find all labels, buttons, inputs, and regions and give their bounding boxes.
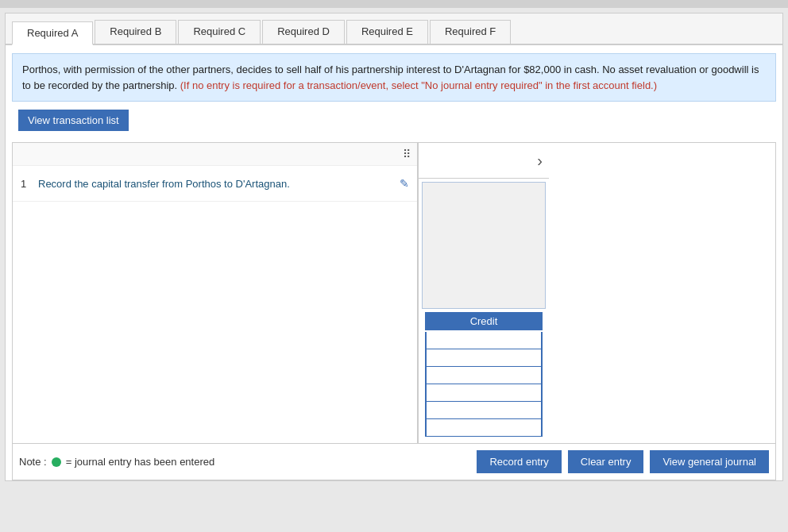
instruction-text-note: (If no entry is required for a transacti… [180,79,657,91]
chevron-right-icon[interactable]: › [537,152,543,170]
transaction-row: 1 Record the capital transfer from Porth… [13,166,417,202]
green-dot-icon [52,457,61,467]
credit-header: Credit [425,312,543,330]
right-panel: › Credit [418,143,549,443]
credit-row-2[interactable] [425,349,543,367]
tab-required-d[interactable]: Required D [262,20,345,44]
right-panel-top: › [419,143,549,179]
credit-row-3[interactable] [425,367,543,384]
instruction-box: Porthos, with permission of the other pa… [12,53,776,102]
button-group: Record entry Clear entry View general jo… [477,450,769,473]
bottom-bar: Note : = journal entry has been entered … [12,444,776,480]
tab-required-b[interactable]: Required B [95,20,176,44]
transaction-description: Record the capital transfer from Porthos… [38,178,393,190]
record-entry-button[interactable]: Record entry [477,450,561,473]
tabs-bar: Required A Required B Required C Require… [6,13,782,45]
transaction-number: 1 [21,178,32,190]
content-area: ⠿ 1 Record the capital transfer from Por… [12,142,776,444]
credit-row-6[interactable] [425,419,543,437]
credit-row-5[interactable] [425,402,543,419]
edit-icon[interactable]: ✎ [400,177,409,190]
credit-section: Credit [425,312,543,437]
top-bar [0,0,788,8]
tab-required-a[interactable]: Required A [12,21,93,45]
note-section: Note : = journal entry has been entered [19,456,214,468]
clear-entry-button[interactable]: Clear entry [568,450,644,473]
tab-required-f[interactable]: Required F [430,20,511,44]
note-prefix: Note : [19,456,47,468]
tab-required-e[interactable]: Required E [346,20,428,44]
main-container: Required A Required B Required C Require… [5,13,783,481]
right-panel-middle-box [422,182,546,309]
left-panel: ⠿ 1 Record the capital transfer from Por… [13,143,418,443]
note-suffix: = journal entry has been entered [66,456,215,468]
journal-area [13,202,417,443]
credit-row-4[interactable] [425,384,543,402]
move-icon[interactable]: ⠿ [403,148,411,160]
tab-required-c[interactable]: Required C [178,20,261,44]
credit-row-1[interactable] [425,332,543,349]
view-general-journal-button[interactable]: View general journal [650,450,769,473]
view-transaction-button[interactable]: View transaction list [18,110,129,131]
left-panel-header: ⠿ [13,143,417,166]
